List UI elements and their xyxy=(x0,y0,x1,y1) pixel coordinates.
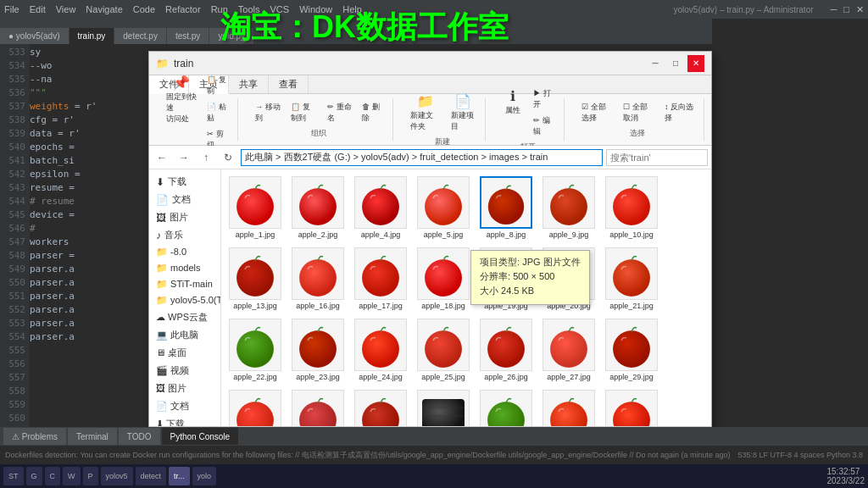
minimize-icon[interactable]: ─ xyxy=(831,4,837,15)
refresh-button[interactable]: ↻ xyxy=(219,148,237,167)
tab-terminal[interactable]: Terminal xyxy=(68,428,117,445)
delete-btn[interactable]: 🗑 删除 xyxy=(359,100,386,125)
file-item[interactable]: apple_16.jpg xyxy=(287,244,348,313)
pin-quick-btn[interactable]: 📌 固定到快速访问处 xyxy=(163,73,200,152)
taskbar-detect[interactable]: detect xyxy=(136,467,167,485)
tab-python-console[interactable]: Python Console xyxy=(162,428,239,445)
up-button[interactable]: ↑ xyxy=(197,148,215,167)
open-btn[interactable]: ▶ 打开 xyxy=(530,86,557,112)
tab-test[interactable]: test.py xyxy=(167,28,209,44)
select-none-btn[interactable]: ☐ 全部取消 xyxy=(620,100,658,125)
close-button[interactable]: ✕ xyxy=(687,55,704,72)
line-numbers: 533534535536537 538539540541542 54354454… xyxy=(0,44,30,451)
menu-code[interactable]: Code xyxy=(133,4,155,14)
edit-btn[interactable]: ✏ 编辑 xyxy=(530,114,557,139)
file-item[interactable]: apple_24.jpg xyxy=(350,315,411,385)
select-all-btn[interactable]: ☑ 全部选择 xyxy=(578,100,616,125)
taskbar-p[interactable]: P xyxy=(83,467,98,485)
sidebar-video[interactable]: 🎬 视频 xyxy=(149,362,220,380)
taskbar-c[interactable]: C xyxy=(45,467,61,485)
file-item[interactable]: apple_23.jpg xyxy=(287,315,348,385)
file-item[interactable]: apple_17.jpg xyxy=(350,244,411,313)
menu-file[interactable]: File xyxy=(4,4,19,14)
ribbon-tab-share[interactable]: 共享 xyxy=(229,75,269,93)
taskbar-st[interactable]: ST xyxy=(3,467,24,485)
tab-problems[interactable]: ⚠ Problems xyxy=(3,428,66,445)
sidebar-music[interactable]: ♪音乐 xyxy=(149,226,220,244)
file-name: apple_1.jpg xyxy=(236,230,275,239)
code-editor[interactable]: 533534535536537 538539540541542 54354454… xyxy=(0,44,140,451)
sidebar-yolov5[interactable]: 📁 yolov5-5.0(TB) xyxy=(149,292,220,308)
sidebar-desktop[interactable]: 🖥 桌面 xyxy=(149,344,220,362)
address-path[interactable]: 此电脑 > 西数2T硬盘 (G:) > yolov5(adv) > fruit_… xyxy=(241,149,603,166)
menu-view[interactable]: View xyxy=(56,4,76,14)
taskbar-g[interactable]: G xyxy=(26,467,42,485)
taskbar-yolo[interactable]: yolo xyxy=(192,467,217,485)
file-item[interactable]: apple_21.jpg xyxy=(601,244,662,313)
sidebar-images[interactable]: 🖼 图片 xyxy=(149,380,220,397)
rename-btn[interactable]: ✏ 重命名 xyxy=(324,100,355,125)
taskbar-train[interactable]: tr... xyxy=(169,467,190,485)
file-item[interactable]: apple_35.jpg xyxy=(476,386,537,426)
file-item[interactable]: apple_2.jpg xyxy=(287,173,348,242)
menu-edit[interactable]: Edit xyxy=(30,4,46,14)
menu-refactor[interactable]: Refactor xyxy=(165,4,201,14)
sidebar-downloads[interactable]: ⬇下载 xyxy=(149,173,220,191)
close-icon[interactable]: ✕ xyxy=(856,4,864,15)
file-item[interactable]: apple_1.jpg xyxy=(225,173,286,242)
minimize-button[interactable]: ─ xyxy=(647,55,664,72)
sidebar-stit[interactable]: 📁 STiT-main xyxy=(149,276,220,292)
file-item[interactable]: apple_9.jpg xyxy=(538,173,599,242)
file-item[interactable]: apple_25.jpg xyxy=(413,315,474,385)
sidebar-docs[interactable]: 📄文档 xyxy=(149,191,220,208)
sidebar-wps[interactable]: ☁ WPS云盘 xyxy=(149,308,220,326)
sidebar-dl[interactable]: ⬇ 下载 xyxy=(149,415,220,426)
file-item[interactable]: apple_32.jpg xyxy=(350,386,411,426)
paste-btn[interactable]: 📄 粘贴 xyxy=(203,100,231,125)
file-item[interactable]: apple_18.jpg xyxy=(413,244,474,313)
file-item[interactable]: apple_8.jpg xyxy=(476,173,537,242)
invert-btn[interactable]: ↕ 反向选择 xyxy=(661,100,697,125)
sidebar-pics[interactable]: 🖼图片 xyxy=(149,208,220,226)
file-item[interactable]: apple_33.jpg xyxy=(413,386,474,426)
tab-detect[interactable]: detect.py xyxy=(114,28,166,44)
tab-yolov5[interactable]: ● yolov5(adv) xyxy=(0,28,69,44)
file-item[interactable]: apple_29.jpg xyxy=(601,315,662,385)
ribbon-tab-view[interactable]: 查看 xyxy=(269,75,309,93)
file-thumbnail xyxy=(480,319,532,371)
file-item[interactable]: apple_22.jpg xyxy=(225,315,286,385)
taskbar-w[interactable]: W xyxy=(63,467,81,485)
file-name: apple_23.jpg xyxy=(296,373,340,381)
search-input[interactable] xyxy=(606,149,708,166)
forward-button[interactable]: → xyxy=(175,148,193,167)
maximize-icon[interactable]: □ xyxy=(843,4,849,15)
file-item[interactable]: apple_31.jpg xyxy=(287,386,348,426)
new-folder-btn[interactable]: 📁 新建文件夹 xyxy=(407,92,444,134)
file-thumbnail xyxy=(605,390,658,426)
file-item[interactable]: apple_30.jpg xyxy=(225,386,286,426)
tab-train[interactable]: train.py xyxy=(70,28,114,44)
sidebar-documents[interactable]: 📄 文档 xyxy=(149,397,220,415)
file-item[interactable]: apple_13.jpg xyxy=(225,244,286,313)
sidebar-neg8[interactable]: 📁 -8.0 xyxy=(149,244,220,260)
file-item[interactable]: apple_5.jpg xyxy=(413,173,474,242)
maximize-button[interactable]: □ xyxy=(667,55,684,72)
file-item[interactable]: apple_26.jpg xyxy=(476,315,537,385)
tab-todo[interactable]: TODO xyxy=(119,428,160,445)
copy-to-btn[interactable]: 📋 复制到 xyxy=(287,100,320,125)
file-name: apple_13.jpg xyxy=(233,302,277,310)
properties-btn[interactable]: ℹ 属性 xyxy=(499,86,526,139)
file-item[interactable]: apple_27.jpg xyxy=(538,315,599,385)
file-item[interactable]: apple_36.jpg xyxy=(538,386,599,426)
move-btn[interactable]: → 移动到 xyxy=(252,100,284,125)
menu-navigate[interactable]: Navigate xyxy=(86,4,122,14)
new-item-btn[interactable]: 📄 新建项目 xyxy=(448,92,478,134)
copy-btn[interactable]: 📋 复制 xyxy=(203,73,231,98)
back-button[interactable]: ← xyxy=(153,148,171,167)
taskbar-yolov5[interactable]: yolov5 xyxy=(101,467,133,485)
sidebar-models[interactable]: 📁 models xyxy=(149,260,220,276)
file-item[interactable]: apple_4.jpg xyxy=(350,173,411,242)
file-item[interactable]: apple_38.jpg xyxy=(601,386,662,426)
file-item[interactable]: apple_10.jpg xyxy=(601,173,662,242)
sidebar-pc[interactable]: 💻 此电脑 xyxy=(149,326,220,344)
